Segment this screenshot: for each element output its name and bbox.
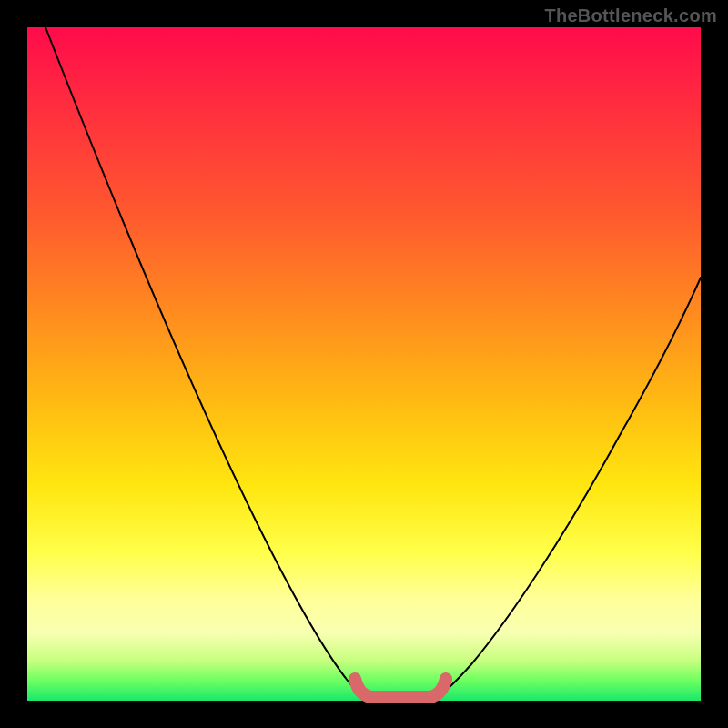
curve-layer — [27, 27, 701, 701]
chart-stage: TheBottleneck.com — [0, 0, 728, 728]
curve-right-branch — [435, 278, 701, 697]
watermark-text: TheBottleneck.com — [544, 5, 717, 26]
flat-bottom-marker — [355, 679, 446, 697]
curve-left-branch — [46, 27, 366, 697]
plot-area — [27, 27, 701, 701]
